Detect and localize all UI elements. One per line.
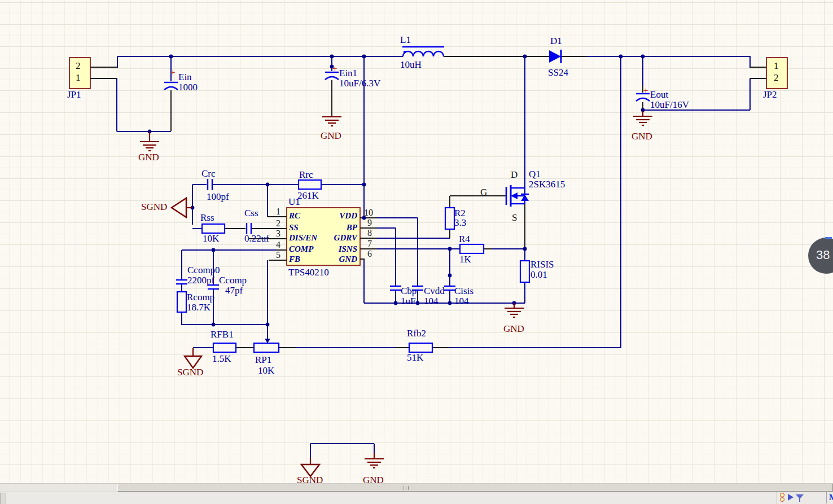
mask-mode-letter[interactable]: M	[829, 493, 833, 502]
ein1-plus-sign: +	[332, 64, 337, 73]
horizontal-scrollbar-track[interactable]	[0, 483, 833, 492]
snap-grid-icon[interactable]	[780, 493, 784, 497]
gnd-label-mid[interactable]: GND	[503, 324, 524, 335]
rfb2-refdes[interactable]: Rfb2	[407, 328, 426, 339]
ein-value[interactable]: 1000	[178, 82, 198, 93]
cbp-value[interactable]: 1uF	[401, 296, 415, 307]
junction-dot	[523, 55, 527, 59]
capacitor-cisis-symbol[interactable]	[444, 286, 455, 290]
risis-refdes[interactable]: RISIS	[531, 260, 554, 270]
rp1-wiper-arrow[interactable]	[265, 339, 270, 343]
gnd-symbol-ein[interactable]	[140, 132, 159, 151]
rss-refdes[interactable]: Rss	[200, 213, 214, 223]
rfb1-value[interactable]: 1.5K	[212, 354, 231, 365]
sgnd-symbol-bottom-left[interactable]	[185, 348, 201, 368]
gnd-label-eout[interactable]: GND	[632, 132, 652, 142]
diode-d1-symbol[interactable]	[549, 50, 561, 63]
ccomp-value[interactable]: 47pf	[225, 286, 243, 296]
cisis-value[interactable]: 104	[454, 296, 469, 307]
sgnd-label-bottom-left[interactable]: SGND	[177, 367, 203, 378]
css-refdes[interactable]: Css	[244, 208, 258, 219]
rfb2-value[interactable]: 51K	[407, 353, 423, 363]
l1-refdes[interactable]: L1	[400, 35, 411, 46]
q1-part-number[interactable]: 2SK3615	[529, 179, 565, 190]
ein-refdes[interactable]: Ein	[178, 72, 192, 83]
crc-refdes[interactable]: Crc	[201, 169, 216, 179]
l1-value[interactable]: 10uH	[400, 60, 422, 71]
capacitor-cbp-symbol[interactable]	[390, 286, 401, 290]
cvdd-value[interactable]: 104	[424, 296, 439, 307]
overlay-badge-accent	[825, 237, 832, 239]
rss-value[interactable]: 10K	[203, 234, 219, 244]
inductor-l1-symbol[interactable]	[402, 47, 444, 56]
r2-value[interactable]: 3.3	[454, 218, 466, 229]
ccomp0-refdes[interactable]: Ccomp0	[187, 265, 220, 276]
potentiometer-rp1-symbol[interactable]	[254, 343, 279, 352]
capacitor-ein1-symbol[interactable]	[325, 72, 339, 80]
u1-pin-number-10: 10	[364, 208, 373, 218]
scrollbar-grip	[406, 486, 406, 490]
u1-pin-name-rc: RC	[289, 211, 300, 221]
panel-resize-handle[interactable]	[0, 493, 6, 504]
gnd-label-ein1[interactable]: GND	[321, 131, 341, 142]
u1-pin-number-3: 3	[276, 229, 280, 239]
gnd-symbol-bottom[interactable]	[365, 453, 384, 468]
rp1-value[interactable]: 10K	[258, 366, 274, 376]
hotspot-grid-icon[interactable]	[780, 497, 784, 502]
u1-refdes[interactable]: U1	[288, 197, 300, 208]
rcomp-refdes[interactable]: Rcomp	[187, 292, 214, 303]
junction-dot	[394, 301, 398, 305]
junction-dot	[212, 248, 216, 252]
gnd-symbol-mid[interactable]	[505, 303, 524, 317]
jp1-refdes[interactable]: JP1	[67, 90, 81, 100]
ein1-value[interactable]: 10uF/6.3V	[339, 78, 380, 89]
cvdd-refdes[interactable]: Cvdd	[424, 286, 445, 297]
q1-refdes[interactable]: Q1	[529, 169, 541, 180]
jp2-refdes[interactable]: JP2	[763, 90, 777, 100]
risis-value[interactable]: 0.01	[531, 270, 547, 281]
ccomp0-value[interactable]: 2200pf	[187, 275, 214, 286]
capacitor-css-symbol[interactable]	[247, 223, 251, 234]
resistor-r4-symbol[interactable]	[460, 244, 484, 253]
cisis-refdes[interactable]: Cisis	[454, 286, 474, 297]
schematic-graphics	[0, 0, 833, 504]
horizontal-scrollbar-thumb[interactable]	[117, 484, 833, 492]
ccomp-refdes[interactable]: Ccomp	[219, 275, 247, 286]
capacitor-ccomp0-symbol[interactable]	[176, 280, 187, 284]
u1-pin-name-gdrv: GDRV	[316, 233, 357, 243]
rrc-value[interactable]: 261K	[297, 191, 319, 201]
resistor-risis-symbol[interactable]	[520, 261, 529, 282]
capacitor-crc-symbol[interactable]	[208, 179, 212, 190]
rrc-refdes[interactable]: Rrc	[299, 170, 313, 181]
resistor-rcomp-symbol[interactable]	[177, 292, 186, 312]
schematic-canvas[interactable]: 2 1 JP1 + Ein 1000 GND + Ein1 10uF/6.3V …	[0, 0, 833, 504]
rcomp-value[interactable]: 18.7K	[187, 303, 211, 313]
crc-value[interactable]: 100pf	[207, 192, 229, 203]
capacitor-ein-symbol[interactable]	[164, 82, 178, 90]
eout-value[interactable]: 10uF/16V	[650, 100, 689, 111]
u1-part-number[interactable]: TPS40210	[288, 268, 329, 278]
rfb1-refdes[interactable]: RFB1	[211, 330, 234, 340]
sgnd-label-left[interactable]: SGND	[141, 202, 167, 213]
resistor-rrc-symbol[interactable]	[299, 180, 321, 189]
mask-level-icon[interactable]	[788, 494, 793, 501]
resistor-rfb1-symbol[interactable]	[213, 343, 236, 352]
r4-value[interactable]: 1K	[459, 255, 471, 265]
r4-refdes[interactable]: R4	[459, 234, 470, 245]
gnd-symbol-eout[interactable]	[633, 111, 652, 125]
resistor-rss-symbol[interactable]	[202, 224, 225, 233]
sgnd-symbol-bottom[interactable]	[301, 458, 319, 476]
d1-value[interactable]: SS24	[548, 68, 568, 78]
gnd-label-ein[interactable]: GND	[138, 152, 159, 163]
gnd-symbol-ein1[interactable]	[322, 117, 341, 126]
junction-dot	[330, 55, 334, 59]
eout-refdes[interactable]: Eout	[650, 90, 668, 100]
sgnd-symbol-left[interactable]	[172, 198, 192, 217]
ein1-refdes[interactable]: Ein1	[339, 68, 357, 79]
d1-refdes[interactable]: D1	[550, 36, 562, 47]
rp1-refdes[interactable]: RP1	[255, 355, 271, 366]
css-value[interactable]: 0.22uf	[244, 234, 269, 244]
resistor-rfb2-symbol[interactable]	[409, 343, 432, 352]
resistor-r2-symbol[interactable]	[445, 208, 454, 229]
cbp-refdes[interactable]: Cbp	[401, 286, 417, 297]
